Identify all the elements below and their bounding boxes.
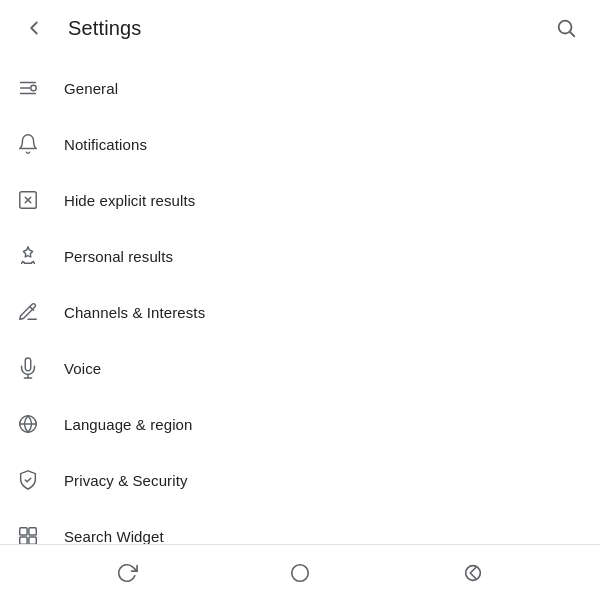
svg-rect-17 [20, 537, 27, 544]
settings-screen: Settings General [0, 0, 600, 600]
menu-item-notifications[interactable]: Notifications [0, 116, 600, 172]
voice-icon [16, 356, 40, 380]
page-title: Settings [68, 17, 141, 40]
bottom-nav [0, 544, 600, 600]
privacy-security-icon [16, 468, 40, 492]
back-button[interactable] [16, 10, 52, 46]
svg-line-1 [570, 32, 574, 36]
language-region-icon [16, 412, 40, 436]
general-label: General [64, 80, 118, 97]
search-icon [555, 17, 577, 39]
menu-item-hide-explicit[interactable]: Hide explicit results [0, 172, 600, 228]
menu-item-language-region[interactable]: Language & region [0, 396, 600, 452]
menu-item-channels-interests[interactable]: Channels & Interests [0, 284, 600, 340]
svg-point-5 [31, 85, 37, 91]
back-nav-button[interactable] [451, 551, 495, 595]
home-nav-button[interactable] [278, 551, 322, 595]
menu-item-personal-results[interactable]: Personal results [0, 228, 600, 284]
refresh-icon [116, 562, 138, 584]
notifications-icon [16, 132, 40, 156]
search-widget-icon [16, 524, 40, 544]
privacy-security-label: Privacy & Security [64, 472, 188, 489]
channels-interests-icon [16, 300, 40, 324]
refresh-nav-button[interactable] [105, 551, 149, 595]
svg-rect-18 [29, 537, 36, 544]
menu-item-search-widget[interactable]: Search Widget [0, 508, 600, 544]
back-icon [23, 17, 45, 39]
menu-item-voice[interactable]: Voice [0, 340, 600, 396]
general-icon [16, 76, 40, 100]
voice-label: Voice [64, 360, 101, 377]
personal-results-icon [16, 244, 40, 268]
svg-rect-23 [466, 565, 481, 580]
channels-interests-label: Channels & Interests [64, 304, 205, 321]
menu-item-general[interactable]: General [0, 60, 600, 116]
search-button[interactable] [548, 10, 584, 46]
notifications-label: Notifications [64, 136, 147, 153]
header: Settings [0, 0, 600, 56]
svg-rect-15 [20, 528, 27, 535]
svg-rect-16 [29, 528, 36, 535]
menu-list: General Notifications Hide explicit r [0, 56, 600, 544]
back-nav-icon [462, 562, 484, 584]
personal-results-label: Personal results [64, 248, 173, 265]
hide-explicit-icon [16, 188, 40, 212]
hide-explicit-label: Hide explicit results [64, 192, 195, 209]
header-left: Settings [16, 10, 141, 46]
home-icon [289, 562, 311, 584]
language-region-label: Language & region [64, 416, 192, 433]
search-widget-label: Search Widget [64, 528, 164, 545]
menu-item-privacy-security[interactable]: Privacy & Security [0, 452, 600, 508]
svg-point-0 [559, 21, 572, 34]
svg-point-22 [292, 564, 309, 581]
